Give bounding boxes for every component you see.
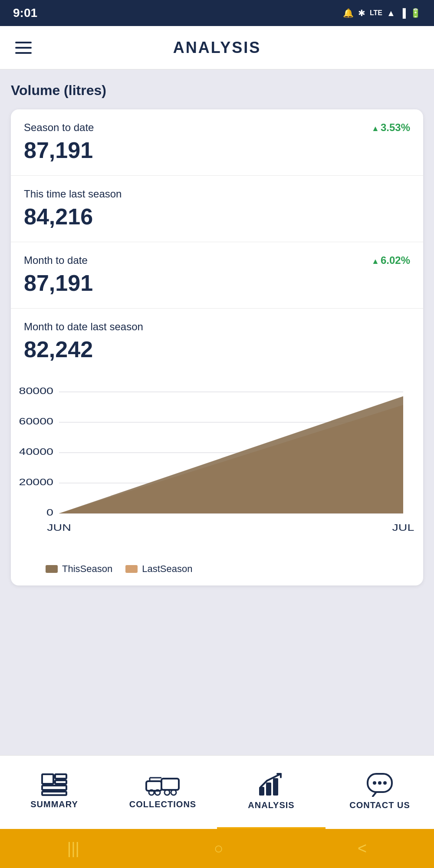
nav-item-summary[interactable]: SUMMARY	[0, 756, 108, 829]
stat-value-2: 87,191	[24, 270, 410, 296]
legend-this-season-color	[46, 565, 58, 573]
stat-row-2: Month to date87,1916.02%	[11, 242, 423, 309]
svg-rect-18	[42, 792, 66, 795]
legend-last-season-color	[125, 565, 138, 573]
svg-rect-19	[146, 781, 161, 791]
stat-value-3: 82,242	[24, 336, 410, 362]
legend-last-season-label: LastSeason	[142, 563, 192, 575]
android-nav-bar: ||| ○ <	[0, 829, 434, 868]
svg-text:JUN: JUN	[47, 522, 71, 533]
stat-label-1: This time last season	[24, 188, 410, 200]
chart-container: 80000 60000 40000 20000 0 JUN JUL	[11, 375, 423, 585]
status-icons: 🔔 ✱ LTE ▲ ▐ 🔋	[343, 8, 421, 18]
svg-rect-22	[161, 779, 179, 790]
stat-badge-0: 3.53%	[372, 122, 410, 134]
nav-item-analysis[interactable]: ANALYSIS	[217, 756, 326, 829]
svg-text:60000: 60000	[20, 416, 53, 426]
svg-text:80000: 80000	[20, 385, 53, 396]
legend-this-season: ThisSeason	[46, 563, 112, 575]
svg-rect-29	[273, 778, 278, 796]
stat-label-3: Month to date last season	[24, 321, 410, 333]
stat-row-0: Season to date87,1913.53%	[11, 109, 423, 176]
status-time: 9:01	[13, 6, 37, 20]
nav-contact-label: CONTACT US	[349, 800, 410, 810]
collections-icon	[145, 773, 180, 796]
stat-label-2: Month to date	[24, 254, 410, 266]
battery-icon: 🔋	[410, 8, 421, 18]
menu-button[interactable]	[15, 42, 32, 54]
analysis-icon	[258, 773, 284, 797]
nav-analysis-label: ANALYSIS	[248, 800, 294, 810]
svg-point-31	[373, 781, 376, 785]
stat-badge-2: 6.02%	[372, 254, 410, 266]
chart-legend: ThisSeason LastSeason	[20, 557, 414, 577]
legend-this-season-label: ThisSeason	[62, 563, 112, 575]
svg-rect-14	[42, 774, 53, 784]
svg-point-33	[383, 781, 387, 785]
chart-wrapper: 80000 60000 40000 20000 0 JUN JUL	[20, 383, 414, 557]
stat-row-3: Month to date last season82,242	[11, 309, 423, 375]
svg-rect-27	[259, 787, 264, 796]
stat-value-1: 84,216	[24, 204, 410, 230]
summary-icon	[41, 773, 67, 796]
bluetooth-icon: ✱	[358, 8, 365, 18]
stat-row-1: This time last season84,216	[11, 176, 423, 242]
alarm-icon: 🔔	[343, 8, 354, 18]
chart-svg: 80000 60000 40000 20000 0 JUN JUL	[20, 383, 414, 557]
svg-text:40000: 40000	[20, 446, 53, 457]
bottom-nav: SUMMARY COLLECTIONS ANALYSIS	[0, 755, 434, 829]
wifi-icon: ▲	[387, 8, 395, 18]
nav-item-contact[interactable]: CONTACT US	[326, 756, 434, 829]
nav-summary-label: SUMMARY	[30, 799, 78, 809]
stats-card: Season to date87,1913.53%This time last …	[11, 109, 423, 585]
svg-rect-16	[55, 780, 66, 784]
svg-rect-15	[55, 774, 66, 779]
svg-text:20000: 20000	[20, 477, 53, 487]
svg-text:JUL: JUL	[392, 522, 414, 533]
android-home-btn[interactable]: ○	[214, 839, 224, 858]
stat-value-0: 87,191	[24, 137, 410, 163]
svg-rect-17	[42, 786, 66, 790]
android-back-btn[interactable]: <	[358, 839, 367, 858]
signal-icon: ▐	[400, 8, 406, 18]
svg-point-32	[378, 781, 381, 785]
stat-label-0: Season to date	[24, 122, 410, 134]
contact-icon	[367, 773, 393, 797]
page-title: ANALYSIS	[173, 39, 261, 57]
legend-last-season: LastSeason	[125, 563, 192, 575]
main-content: Volume (litres) Season to date87,1913.53…	[0, 69, 434, 755]
svg-marker-11	[59, 396, 403, 513]
section-title: Volume (litres)	[11, 82, 423, 99]
header: ANALYSIS	[0, 26, 434, 69]
status-bar: 9:01 🔔 ✱ LTE ▲ ▐ 🔋	[0, 0, 434, 26]
nav-item-collections[interactable]: COLLECTIONS	[108, 756, 217, 829]
lte-icon: LTE	[370, 9, 382, 17]
svg-rect-28	[266, 783, 271, 796]
nav-collections-label: COLLECTIONS	[129, 799, 196, 809]
svg-text:0: 0	[46, 507, 53, 517]
android-menu-btn[interactable]: |||	[67, 839, 79, 858]
